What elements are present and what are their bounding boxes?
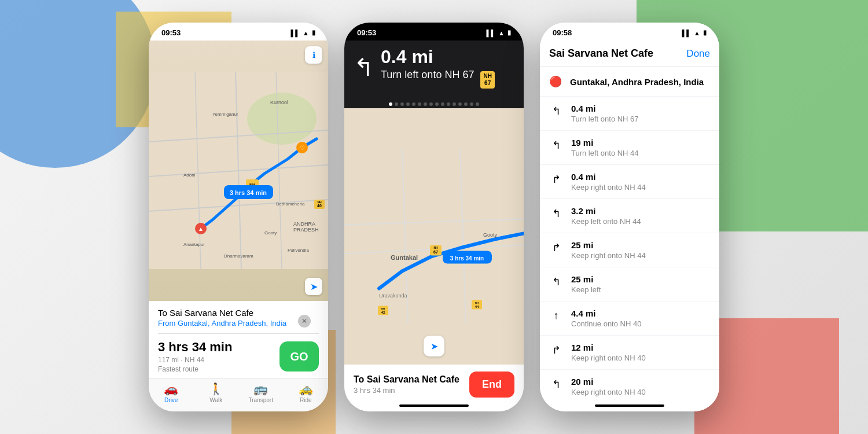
svg-text:NH: NH <box>433 246 438 249</box>
dir-desc-4: Keep left onto NH 44 <box>571 217 641 226</box>
battery-icon-2: ▮ <box>507 29 511 36</box>
wifi-icon-3: ▲ <box>694 30 700 36</box>
phone3-home-bar <box>595 404 664 407</box>
svg-text:PRADESH: PRADESH <box>293 227 319 233</box>
tab-ride[interactable]: 🚕 Ride <box>284 382 329 403</box>
dot-14 <box>470 102 473 106</box>
dir-dist-8: 12 mi <box>571 343 646 352</box>
svg-text:Gooty: Gooty <box>483 232 498 238</box>
go-button[interactable]: GO <box>279 341 319 372</box>
direction-item-9: ↰ 20 mi Keep right onto NH 40 <box>540 370 719 402</box>
end-navigation-button[interactable]: End <box>469 372 514 398</box>
dir-dist-2: 19 mi <box>571 138 639 148</box>
nav-road-instruction: Turn left onto NH 67 NH 67 <box>381 69 495 89</box>
dir-desc-9: Keep right onto NH 40 <box>571 388 646 396</box>
svg-text:♡: ♡ <box>300 145 305 151</box>
tab-walk-label: Walk <box>209 397 222 403</box>
keep-right-icon-1: ↱ <box>549 173 563 186</box>
direction-item-7: ↑ 4.4 mi Continue onto NH 40 <box>540 301 719 335</box>
nav-instruction: ↰ 0.4 mi Turn left onto NH 67 NH 67 <box>354 46 514 89</box>
turn-left-arrow: ↰ <box>354 56 374 80</box>
signal-icon-3: ▌▌ <box>682 30 692 36</box>
phone-2: 09:53 ▌▌ ▲ ▮ ↰ 0.4 mi Turn left onto NH … <box>344 23 524 411</box>
keep-left-icon-3: ↰ <box>549 378 563 391</box>
phone2-destination: To Sai Sarvana Net Cafe <box>354 374 459 385</box>
svg-text:Dharmavaram: Dharmavaram <box>224 253 253 259</box>
map-svg: NH ▲ ♡ 3 hrs 34 min Kurnool Yemmiganur A… <box>149 41 328 301</box>
origin-pin-icon: 🔴 <box>549 75 562 88</box>
dir-desc-3: Keep right onto NH 44 <box>571 183 646 192</box>
dir-text-4: 3.2 mi Keep left onto NH 44 <box>571 206 641 226</box>
dir-dist-7: 4.4 mi <box>571 308 641 318</box>
svg-text:3 hrs 34 min: 3 hrs 34 min <box>450 255 484 262</box>
dir-text-5: 25 mi Keep right onto NH 44 <box>571 240 646 260</box>
route-time: 3 hrs 34 min <box>158 340 232 355</box>
tab-drive[interactable]: 🚗 Drive <box>149 382 194 403</box>
direction-item-6: ↰ 25 mi Keep left <box>540 267 719 301</box>
dot-13 <box>464 102 468 106</box>
direction-item-5: ↱ 25 mi Keep right onto NH 44 <box>540 233 719 267</box>
svg-text:Pulivendla: Pulivendla <box>288 248 309 253</box>
tab-transport[interactable]: 🚌 Transport <box>238 382 284 403</box>
svg-text:44: 44 <box>475 305 479 308</box>
directions-list[interactable]: 🔴 Guntakal, Andhra Pradesh, India ↰ 0.4 … <box>540 67 719 402</box>
nav-distance: 0.4 mi <box>381 46 495 68</box>
dot-4 <box>412 102 415 106</box>
dir-desc-5: Keep right onto NH 44 <box>571 251 646 260</box>
direction-item-2: ↰ 19 mi Turn left onto NH 44 <box>540 131 719 164</box>
phones-container: 09:53 ▌▌ ▲ ▮ <box>0 0 868 434</box>
close-route-button[interactable]: ✕ <box>298 315 311 328</box>
svg-text:40: 40 <box>317 204 322 208</box>
home-indicator <box>344 402 524 411</box>
svg-text:Uravakonda: Uravakonda <box>379 293 407 299</box>
dir-text-2: 19 mi Turn left onto NH 44 <box>571 138 639 157</box>
route-sub-detail: Fastest route <box>158 365 232 373</box>
phone2-eta: 3 hrs 34 min <box>354 386 459 395</box>
dot-7 <box>429 102 433 106</box>
wifi-icon: ▲ <box>303 30 309 36</box>
straight-icon-1: ↑ <box>549 310 563 322</box>
direction-item-4: ↰ 3.2 mi Keep left onto NH 44 <box>540 199 719 233</box>
dir-dist-1: 0.4 mi <box>571 104 639 113</box>
dot-1 <box>395 102 398 106</box>
phone2-status-icons: ▌▌ ▲ ▮ <box>487 29 511 36</box>
turn-left-icon-2: ↰ <box>549 139 563 152</box>
direction-item-3: ↱ 0.4 mi Keep right onto NH 44 <box>540 165 719 198</box>
phone2-bottom: To Sai Sarvana Net Cafe 3 hrs 34 min End <box>344 365 524 402</box>
dot-9 <box>441 102 444 106</box>
phone2-time: 09:53 <box>357 28 376 37</box>
tab-ride-label: Ride <box>300 397 312 403</box>
from-label: From <box>158 319 178 328</box>
keep-right-icon-3: ↱ <box>549 344 563 356</box>
dot-3 <box>406 102 410 106</box>
keep-left-icon-1: ↰ <box>549 207 563 220</box>
battery-icon-3: ▮ <box>703 29 707 36</box>
phone2-map-svg: Guntakal Uravakonda NH 67 Gooty 3 hrs 34… <box>344 108 524 365</box>
svg-text:Gooty: Gooty <box>264 230 277 236</box>
dir-desc-2: Turn left onto NH 44 <box>571 149 639 157</box>
done-button[interactable]: Done <box>686 48 710 60</box>
map-location-button[interactable]: ➤ <box>305 278 322 295</box>
from-place: Guntakal, Andhra Pradesh, India <box>178 319 286 328</box>
direction-item-1: ↰ 0.4 mi Turn left onto NH 67 <box>540 97 719 130</box>
dot-2 <box>400 102 404 106</box>
route-stats: 3 hrs 34 min 117 mi · NH 44 Fastest rout… <box>158 333 319 373</box>
phone1-bottom-panel: To Sai Sarvana Net Cafe From Guntakal, A… <box>149 301 328 378</box>
route-time-info: 3 hrs 34 min 117 mi · NH 44 Fastest rout… <box>158 340 232 373</box>
dir-text-3: 0.4 mi Keep right onto NH 44 <box>571 172 646 192</box>
dir-desc-6: Keep left <box>571 285 601 294</box>
phone3-status-bar: 09:58 ▌▌ ▲ ▮ <box>540 23 719 41</box>
tab-walk[interactable]: 🚶 Walk <box>194 382 239 403</box>
phone2-status-bar: 09:53 ▌▌ ▲ ▮ <box>344 23 524 41</box>
nav-location-button[interactable]: ➤ <box>424 336 444 356</box>
phone-1: 09:53 ▌▌ ▲ ▮ <box>149 23 328 411</box>
phone3-status-icons: ▌▌ ▲ ▮ <box>682 29 707 36</box>
signal-icon-2: ▌▌ <box>487 30 496 36</box>
dir-desc-1: Turn left onto NH 67 <box>571 115 639 123</box>
keep-left-icon-2: ↰ <box>549 275 563 288</box>
map-info-button[interactable]: ℹ <box>305 46 322 64</box>
tab-transport-label: Transport <box>249 397 273 403</box>
svg-text:3 hrs 34 min: 3 hrs 34 min <box>230 189 267 196</box>
svg-text:67: 67 <box>433 250 438 254</box>
home-bar <box>399 404 469 407</box>
